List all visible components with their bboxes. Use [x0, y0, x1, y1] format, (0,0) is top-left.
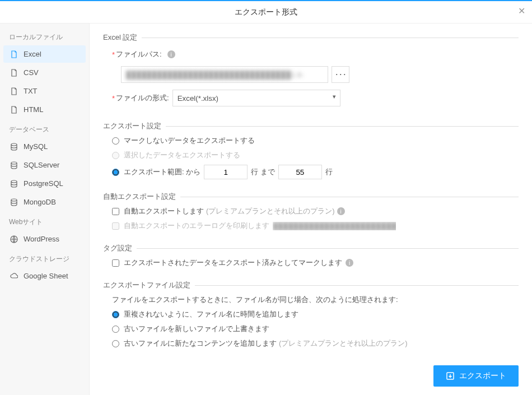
- sidebar-item-label: SQLServer: [24, 161, 59, 169]
- radio-range[interactable]: [112, 169, 119, 176]
- sidebar-item-label: CSV: [24, 68, 39, 77]
- sidebar-item-txt[interactable]: TXT: [3, 82, 86, 100]
- svg-point-0: [11, 143, 17, 146]
- cloud-icon: [9, 272, 19, 280]
- required-mark: *: [112, 50, 115, 59]
- sidebar-item-label: Google Sheet: [24, 272, 68, 280]
- section-legend: タグ設定: [103, 243, 137, 253]
- window-title: エクスポート形式: [235, 7, 297, 17]
- sidebar-group-header: クラウドストレージ: [3, 249, 86, 267]
- radio-append-label: 古いファイルに新たなコンテンツを追加します: [124, 338, 277, 348]
- checkbox-auto-export[interactable]: [112, 208, 119, 215]
- range-to-input[interactable]: [278, 165, 322, 179]
- radio-overwrite-label: 古いファイルを新しいファイルで上書きます: [124, 324, 269, 334]
- required-mark: *: [112, 94, 115, 103]
- close-icon[interactable]: ✕: [518, 6, 525, 16]
- auto-export-note: (プレミアムプランとそれ以上のプラン): [206, 206, 335, 216]
- svg-point-2: [11, 180, 17, 183]
- sidebar-item-wordpress[interactable]: WordPress: [3, 230, 86, 248]
- format-select[interactable]: Excel(*.xlsx): [172, 90, 340, 106]
- section-legend: Excel 設定: [103, 32, 142, 43]
- sidebar-item-label: Excel: [24, 50, 41, 58]
- radio-selected: [112, 152, 119, 159]
- checkbox-errorlog: [112, 222, 119, 230]
- export-button[interactable]: エクスポート: [433, 365, 519, 387]
- section-legend: 自動エクスポート設定: [103, 192, 180, 202]
- errorlog-path: ██████████████████████████: [273, 222, 396, 230]
- sidebar: ローカルファイルExcelCSVTXTHTMLデータベースMySQLSQLSer…: [0, 24, 90, 395]
- checkbox-auto-export-label: 自動エクスポートします: [124, 206, 204, 216]
- radio-unmarked-label: マークしないデータをエクスポートする: [124, 136, 255, 146]
- radio-add-time-label: 重複されないように、ファイル名に時間を追加します: [124, 309, 298, 319]
- tag-settings-section: タグ設定 エクスポートされたデータをエクスポート済みとしてマークします i: [103, 243, 519, 272]
- download-icon: [446, 371, 455, 380]
- range-mid: 行 まで: [251, 167, 275, 177]
- file-settings-intro: ファイルをエクスポートするときに、ファイル名が同じ場合、次のように処理されます:: [112, 295, 398, 305]
- titlebar: エクスポート形式 ✕: [0, 1, 532, 24]
- sidebar-item-label: HTML: [24, 105, 43, 114]
- sidebar-item-excel[interactable]: Excel: [3, 45, 86, 63]
- radio-unmarked[interactable]: [112, 137, 119, 145]
- excel-settings-section: Excel 設定 * ファイルパス: i ███████████████████…: [103, 32, 519, 113]
- range-suffix: 行: [325, 167, 333, 177]
- file-excel-icon: [9, 50, 19, 58]
- format-label: ファイルの形式:: [116, 93, 169, 103]
- checkbox-errorlog-label: 自動エクスポートのエラーログを印刷します: [124, 221, 269, 231]
- range-from-input[interactable]: [204, 165, 248, 179]
- checkbox-mark-exported[interactable]: [112, 259, 119, 267]
- database-icon: [9, 198, 19, 206]
- auto-export-section: 自動エクスポート設定 自動エクスポートします (プレミアムプランとそれ以上のプラ…: [103, 192, 519, 235]
- sidebar-item-label: MongoDB: [24, 198, 56, 206]
- file-text-icon: [9, 69, 19, 77]
- sidebar-item-mysql[interactable]: MySQL: [3, 138, 86, 155]
- export-button-label: エクスポート: [459, 371, 506, 381]
- database-icon: [9, 161, 19, 169]
- radio-append[interactable]: [112, 340, 119, 347]
- file-text-icon: [9, 106, 19, 114]
- filepath-input[interactable]: ████████████████████████████████1-6-: [121, 66, 328, 83]
- file-settings-section: エクスポートファイル設定 ファイルをエクスポートするときに、ファイル名が同じ場合…: [103, 280, 519, 353]
- sidebar-item-label: MySQL: [24, 142, 48, 151]
- sidebar-item-label: WordPress: [24, 235, 59, 243]
- svg-point-1: [11, 162, 17, 164]
- section-legend: エクスポートファイル設定: [103, 280, 195, 290]
- sidebar-item-label: TXT: [24, 87, 38, 95]
- svg-point-3: [11, 199, 17, 201]
- sidebar-item-label: PostgreSQL: [24, 179, 63, 188]
- sidebar-item-csv[interactable]: CSV: [3, 64, 86, 81]
- sidebar-group-header: ローカルファイル: [3, 27, 86, 45]
- range-prefix: エクスポート範囲: から: [124, 167, 200, 177]
- sidebar-item-html[interactable]: HTML: [3, 101, 86, 118]
- globe-icon: [9, 235, 19, 243]
- sidebar-item-mongodb[interactable]: MongoDB: [3, 193, 86, 211]
- filepath-label: ファイルパス:: [116, 49, 162, 59]
- info-icon[interactable]: i: [167, 50, 175, 58]
- info-icon[interactable]: i: [337, 207, 345, 215]
- sidebar-group-header: Webサイト: [3, 212, 86, 230]
- database-icon: [9, 143, 19, 151]
- export-settings-section: エクスポート設定 マークしないデータをエクスポートする 選択したデータをエクスポ…: [103, 121, 519, 184]
- database-icon: [9, 180, 19, 188]
- footer: エクスポート: [103, 361, 519, 395]
- radio-overwrite[interactable]: [112, 326, 119, 333]
- radio-add-time[interactable]: [112, 311, 119, 318]
- browse-button[interactable]: ･･･: [332, 66, 349, 83]
- file-text-icon: [9, 87, 19, 95]
- main-panel: Excel 設定 * ファイルパス: i ███████████████████…: [90, 24, 532, 395]
- radio-selected-label: 選択したデータをエクスポートする: [124, 150, 240, 160]
- section-legend: エクスポート設定: [103, 121, 166, 131]
- sidebar-item-postgresql[interactable]: PostgreSQL: [3, 175, 86, 192]
- checkbox-mark-exported-label: エクスポートされたデータをエクスポート済みとしてマークします: [124, 258, 342, 268]
- sidebar-item-sqlserver[interactable]: SQLServer: [3, 156, 86, 174]
- sidebar-group-header: データベース: [3, 119, 86, 138]
- append-note: (プレミアムプランとそれ以上のプラン): [279, 338, 408, 348]
- info-icon[interactable]: i: [346, 259, 353, 267]
- sidebar-item-googlesheet[interactable]: Google Sheet: [3, 267, 86, 285]
